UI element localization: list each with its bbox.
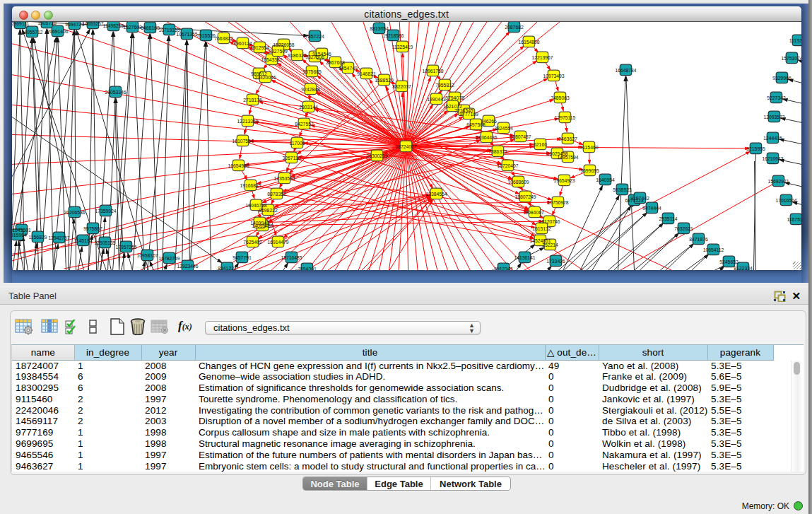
svg-text:15692971: 15692971 [767, 179, 789, 184]
svg-text:15226058: 15226058 [273, 42, 294, 47]
svg-text:18807249: 18807249 [514, 194, 536, 199]
svg-text:10671355: 10671355 [176, 32, 197, 37]
svg-text:3915984: 3915984 [12, 233, 27, 238]
svg-text:9474444: 9474444 [642, 206, 661, 211]
svg-text:8960124: 8960124 [233, 41, 252, 46]
svg-text:3267110: 3267110 [282, 156, 300, 160]
svg-text:17957255: 17957255 [115, 245, 136, 250]
svg-text:8698222: 8698222 [259, 208, 278, 213]
svg-text:9329966: 9329966 [772, 76, 792, 81]
svg-text:9197442: 9197442 [630, 196, 649, 201]
svg-text:18724007: 18724007 [395, 144, 416, 149]
svg-text:8427552: 8427552 [295, 122, 314, 127]
svg-text:10688609: 10688609 [507, 180, 529, 185]
svg-text:1145194: 1145194 [73, 238, 92, 243]
svg-text:8813054: 8813054 [370, 26, 389, 31]
svg-text:15716485: 15716485 [281, 255, 302, 260]
svg-text:7515526: 7515526 [196, 33, 216, 38]
svg-text:9457791: 9457791 [233, 255, 252, 260]
svg-text:20691406: 20691406 [47, 29, 68, 34]
svg-text:9975867: 9975867 [83, 226, 102, 231]
svg-text:9227342: 9227342 [767, 95, 786, 100]
svg-text:23420046: 23420046 [254, 75, 276, 80]
svg-text:9242848: 9242848 [301, 87, 320, 92]
svg-text:10973493: 10973493 [543, 74, 564, 78]
svg-text:8822037: 8822037 [392, 84, 411, 89]
svg-text:7485063: 7485063 [551, 95, 570, 100]
svg-text:16782759: 16782759 [158, 256, 180, 261]
svg-text:2867608: 2867608 [326, 60, 345, 65]
svg-text:9912345: 9912345 [494, 267, 513, 270]
svg-text:9084067: 9084067 [525, 210, 544, 215]
svg-text:8215955: 8215955 [746, 146, 765, 151]
svg-text:16154808: 16154808 [518, 40, 539, 45]
svg-text:16914479: 16914479 [267, 240, 288, 245]
svg-text:10654112: 10654112 [702, 247, 724, 252]
svg-text:746266: 746266 [481, 119, 497, 124]
svg-text:19654923: 19654923 [553, 178, 575, 183]
svg-text:8454749: 8454749 [339, 66, 358, 71]
svg-text:1588520: 1588520 [375, 78, 394, 83]
svg-text:2087682: 2087682 [505, 25, 524, 30]
svg-text:8122334: 8122334 [734, 266, 753, 270]
svg-text:20364436: 20364436 [476, 135, 497, 140]
svg-text:1733426: 1733426 [546, 259, 565, 264]
svg-text:7955812: 7955812 [435, 83, 454, 88]
svg-text:10653257: 10653257 [82, 22, 103, 26]
svg-text:1043501: 1043501 [12, 228, 31, 233]
svg-text:7694301: 7694301 [298, 267, 317, 270]
svg-text:2869111: 2869111 [12, 22, 29, 26]
svg-text:10756928: 10756928 [547, 200, 568, 205]
svg-text:7663822: 7663822 [214, 36, 233, 41]
svg-text:20053346: 20053346 [105, 90, 126, 95]
svg-text:1156829: 1156829 [28, 235, 47, 240]
svg-text:16107554: 16107554 [232, 139, 253, 144]
svg-text:25300213: 25300213 [366, 153, 387, 158]
svg-text:20206536: 20206536 [64, 210, 85, 215]
svg-text:8471876: 8471876 [689, 237, 708, 242]
svg-text:1167533: 1167533 [787, 217, 801, 222]
svg-text:12923446: 12923446 [177, 264, 198, 269]
svg-text:9463627: 9463627 [558, 136, 577, 141]
svg-text:14957594: 14957594 [557, 155, 578, 160]
svg-text:10958107: 10958107 [136, 253, 158, 258]
svg-text:2803144: 2803144 [299, 105, 318, 110]
svg-text:1990443: 1990443 [427, 97, 446, 102]
svg-text:3824554: 3824554 [494, 126, 513, 131]
svg-text:62160: 62160 [534, 142, 547, 147]
svg-text:2935114: 2935114 [659, 216, 677, 221]
svg-text:12213369: 12213369 [237, 119, 258, 124]
svg-text:12942757: 12942757 [48, 235, 69, 240]
svg-text:19218586: 19218586 [382, 33, 404, 38]
svg-text:16210643: 16210643 [762, 156, 783, 161]
svg-text:19166825: 19166825 [240, 183, 261, 188]
svg-text:16046758: 16046758 [245, 203, 266, 208]
svg-text:8912954: 8912954 [250, 45, 269, 50]
svg-text:14055712: 14055712 [21, 30, 42, 35]
svg-text:2718176: 2718176 [243, 98, 262, 103]
svg-text:5938923: 5938923 [613, 187, 632, 192]
svg-text:12505135: 12505135 [94, 240, 115, 245]
svg-text:11325419: 11325419 [392, 45, 413, 49]
svg-text:3375685: 3375685 [302, 69, 322, 74]
svg-text:10961758: 10961758 [422, 69, 443, 74]
svg-text:9115460: 9115460 [579, 145, 598, 150]
svg-text:7386372: 7386372 [488, 149, 507, 154]
svg-text:8186328: 8186328 [288, 53, 307, 58]
svg-text:12353594: 12353594 [273, 176, 295, 181]
svg-text:9327509: 9327509 [269, 49, 288, 54]
svg-text:12093572: 12093572 [763, 115, 784, 119]
svg-text:16543382: 16543382 [261, 57, 282, 62]
svg-text:10807487: 10807487 [510, 134, 531, 139]
svg-text:1244415: 1244415 [763, 136, 782, 141]
svg-text:9777169: 9777169 [459, 112, 478, 117]
svg-text:9245652: 9245652 [719, 259, 739, 264]
svg-text:12213967: 12213967 [531, 55, 553, 60]
svg-text:6466160: 6466160 [141, 25, 160, 30]
svg-text:9146821: 9146821 [357, 71, 376, 76]
svg-text:7625402: 7625402 [243, 240, 262, 245]
svg-text:12975115: 12975115 [554, 115, 575, 120]
svg-text:1113254: 1113254 [789, 38, 801, 43]
svg-text:8878352: 8878352 [267, 192, 286, 197]
svg-text:16120746: 16120746 [539, 219, 560, 224]
